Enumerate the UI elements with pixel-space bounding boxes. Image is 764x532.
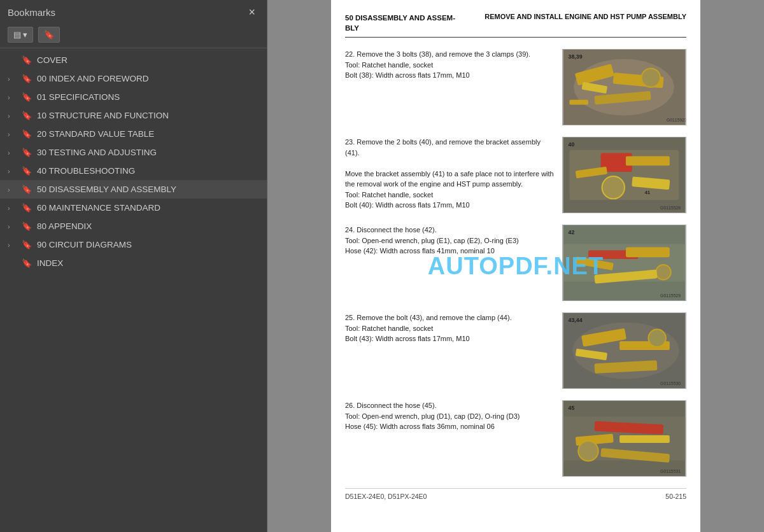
svg-text:G0115531: G0115531 [660, 469, 681, 473]
chevron-icon: › [8, 186, 17, 193]
bookmark-item-specs[interactable]: ›🔖01 SPECIFICATIONS [0, 88, 267, 106]
sidebar-close-button[interactable]: × [244, 5, 259, 19]
bookmark-label: 90 CIRCUIT DIAGRAMS [37, 240, 132, 249]
bookmark-page-icon: 🔖 [22, 166, 32, 176]
steps-container: 22. Remove the 3 bolts (38), and remove … [345, 49, 686, 477]
bookmark-item-circuit[interactable]: ›🔖90 CIRCUIT DIAGRAMS [0, 235, 267, 254]
step-detail: Bolt (40): Width across flats 17mm, M10 [345, 201, 470, 209]
bookmark-page-icon: 🔖 [22, 148, 32, 157]
chevron-icon: › [8, 241, 17, 249]
svg-text:38,39: 38,39 [568, 53, 582, 60]
sidebar-toolbar: ▤ ▾ 🔖 [0, 24, 267, 48]
chevron-icon: › [8, 112, 17, 120]
bookmark-item-testing[interactable]: ›🔖30 TESTING AND ADJUSTING [0, 143, 267, 162]
bookmark-item-cover[interactable]: 🔖COVER [0, 51, 267, 69]
step-number: 26. [345, 402, 355, 409]
svg-rect-13 [626, 157, 670, 166]
svg-text:G0115530: G0115530 [660, 381, 681, 386]
header-left-line2: BLY [345, 24, 359, 32]
bookmark-label: 50 DISASSEMBLY AND ASSEMBLY [37, 185, 176, 194]
svg-rect-24 [626, 248, 670, 258]
bookmark-item-standard[interactable]: ›🔖20 STANDARD VALUE TABLE [0, 125, 267, 143]
sidebar-header: Bookmarks × [0, 0, 267, 24]
expand-chevron-icon: ▾ [23, 30, 27, 39]
header-left-line1: 50 DISASSEMBLY AND ASSEM- [345, 14, 455, 22]
bookmark-label: 60 MAINTENANCE STANDARD [37, 203, 160, 213]
svg-point-34 [648, 330, 666, 347]
svg-text:45: 45 [568, 405, 574, 411]
step-tool: Tool: Ratchet handle, socket [345, 191, 433, 199]
bookmark-page-icon: 🔖 [22, 92, 32, 102]
bookmark-page-icon: 🔖 [22, 111, 32, 120]
svg-rect-42 [619, 435, 670, 443]
chevron-icon: › [8, 75, 17, 83]
svg-text:G0115927: G0115927 [667, 118, 686, 122]
svg-text:40: 40 [568, 141, 574, 148]
bookmark-label: INDEX [37, 258, 63, 268]
bookmark-label: 40 TROUBLESHOOTING [37, 166, 135, 176]
step-text-26: 26. Disconnect the hose (45).Tool: Open-… [345, 400, 555, 477]
bookmark-page-icon: 🔖 [22, 74, 32, 83]
svg-text:43,44: 43,44 [568, 317, 582, 323]
bookmark-item-structure[interactable]: ›🔖10 STRUCTURE AND FUNCTION [0, 106, 267, 125]
bookmark-label: 20 STANDARD VALUE TABLE [37, 129, 154, 139]
page-header-right: REMOVE AND INSTALL ENGINE AND HST PUMP A… [485, 13, 686, 20]
bookmark-page-icon: 🔖 [22, 129, 32, 139]
page-footer: D51EX-24E0, D51PX-24E0 50-215 [345, 488, 686, 500]
bookmark-label: COVER [37, 55, 67, 65]
step-tool: Tool: Open-end wrench, plug (E1), cap (E… [345, 237, 519, 244]
step-number: 23. [345, 138, 355, 146]
step-text-24: 24. Disconnect the hose (42).Tool: Open-… [345, 225, 555, 301]
step-tool: Tool: Open-end wrench, plug (D1), cap (D… [345, 412, 520, 420]
step-detail: Hose (45): Width across flats 36mm, nomi… [345, 423, 495, 430]
chevron-icon: › [8, 94, 17, 101]
svg-point-43 [578, 441, 598, 461]
step-number: 24. [345, 226, 355, 234]
bookmark-page-icon: 🔖 [22, 240, 32, 249]
step-text-23: 23. Remove the 2 bolts (40), and remove … [345, 137, 555, 213]
chevron-icon: › [8, 167, 17, 175]
chevron-icon: › [8, 130, 17, 138]
footer-right: 50-215 [665, 493, 686, 500]
step-image-25: 43,44 G0115530 [562, 312, 686, 389]
bookmark-label: 80 APPENDIX [37, 221, 92, 231]
pdf-page: 50 DISASSEMBLY AND ASSEM- BLY REMOVE AND… [331, 0, 700, 532]
svg-point-15 [602, 176, 625, 199]
bookmark-list: 🔖COVER›🔖00 INDEX AND FOREWORD›🔖01 SPECIF… [0, 48, 267, 532]
bookmark-item-bookindex[interactable]: 🔖INDEX [0, 254, 267, 272]
bookmark-page-icon: 🔖 [22, 258, 32, 268]
step-detail: Bolt (38): Width across flats 17mm, M10 [345, 71, 470, 79]
step-image-26: 45 G0115531 [562, 400, 686, 477]
main-content: AUTOPDF.NET 50 DISASSEMBLY AND ASSEM- BL… [267, 0, 764, 532]
bookmark-label: 00 INDEX AND FOREWORD [37, 74, 149, 83]
bookmark-item-maintenance[interactable]: ›🔖60 MAINTENANCE STANDARD [0, 199, 267, 217]
page-header: 50 DISASSEMBLY AND ASSEM- BLY REMOVE AND… [345, 13, 686, 38]
step-number: 22. [345, 50, 355, 58]
chevron-icon: › [8, 204, 17, 212]
expand-button[interactable]: ▤ ▾ [8, 27, 33, 43]
step-24: 24. Disconnect the hose (42).Tool: Open-… [345, 225, 686, 301]
step-detail: Bolt (43): Width across flats 17mm, M10 [345, 335, 470, 342]
bookmark-item-appendix[interactable]: ›🔖80 APPENDIX [0, 217, 267, 235]
step-detail: Hose (42): Width across flats 41mm, nomi… [345, 247, 495, 255]
bookmark-button[interactable]: 🔖 [38, 27, 60, 43]
step-22: 22. Remove the 3 bolts (38), and remove … [345, 49, 686, 125]
page-header-left: 50 DISASSEMBLY AND ASSEM- BLY [345, 13, 455, 33]
step-tool: Tool: Ratchet handle, socket [345, 325, 433, 332]
step-text-25: 25. Remove the bolt (43), and remove the… [345, 312, 555, 389]
chevron-icon: › [8, 223, 17, 230]
svg-text:42: 42 [568, 229, 574, 235]
step-26: 26. Disconnect the hose (45).Tool: Open-… [345, 400, 686, 477]
step-image-24: 42 G0115529 [562, 225, 686, 301]
sidebar-title: Bookmarks [8, 7, 55, 18]
bookmark-item-index[interactable]: ›🔖00 INDEX AND FOREWORD [0, 69, 267, 88]
expand-icon: ▤ [13, 30, 21, 39]
bookmark-item-troubleshoot[interactable]: ›🔖40 TROUBLESHOOTING [0, 162, 267, 180]
step-image-23: 40 G0115528 41 [562, 137, 686, 213]
bookmark-label: 10 STRUCTURE AND FUNCTION [37, 111, 169, 120]
step-tool: Tool: Ratchet handle, socket [345, 61, 433, 69]
bookmark-item-disassembly[interactable]: ›🔖50 DISASSEMBLY AND ASSEMBLY [0, 180, 267, 199]
bookmark-label: 30 TESTING AND ADJUSTING [37, 148, 157, 157]
bookmark-page-icon: 🔖 [22, 185, 32, 194]
step-25: 25. Remove the bolt (43), and remove the… [345, 312, 686, 389]
